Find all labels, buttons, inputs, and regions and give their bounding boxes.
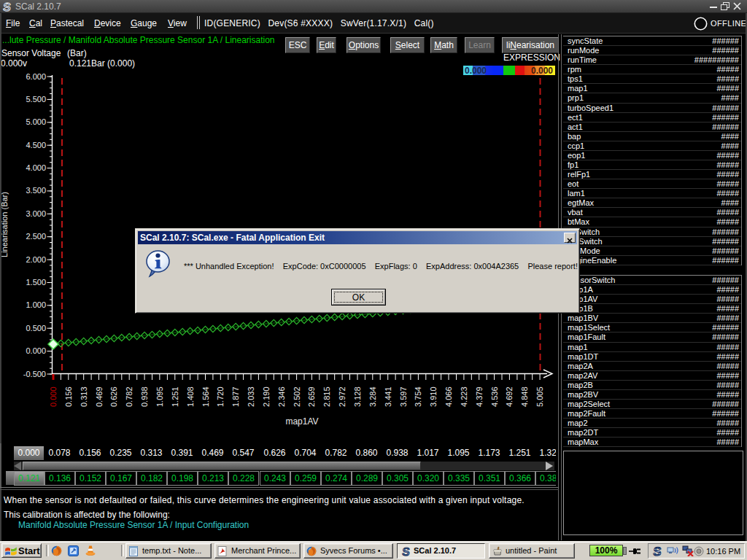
svg-text:4.223: 4.223 <box>460 386 468 407</box>
svg-text:4.066: 4.066 <box>444 386 453 407</box>
svg-text:3.284: 3.284 <box>368 386 377 407</box>
svg-text:6.000: 6.000 <box>26 72 46 81</box>
svg-text:1.500: 1.500 <box>26 278 46 287</box>
svg-text:2.190: 2.190 <box>262 386 271 407</box>
svg-text:4.848: 4.848 <box>520 386 529 407</box>
svg-text:5.000: 5.000 <box>26 117 46 126</box>
svg-text:1.720: 1.720 <box>216 386 225 407</box>
svg-text:1.251: 1.251 <box>171 386 179 407</box>
svg-text:-0.500: -0.500 <box>23 370 46 378</box>
svg-text:S: S <box>652 545 662 556</box>
svg-text:2.000: 2.000 <box>26 255 46 264</box>
svg-text:1.408: 1.408 <box>186 386 195 407</box>
svg-text:1.877: 1.877 <box>231 386 240 407</box>
svg-text:3.754: 3.754 <box>414 386 422 407</box>
svg-text:3.128: 3.128 <box>353 386 362 407</box>
svg-text:0.500: 0.500 <box>26 324 46 332</box>
svg-text:2.346: 2.346 <box>277 386 286 407</box>
svg-text:0.938: 0.938 <box>140 386 149 407</box>
svg-text:map1AV: map1AV <box>285 416 318 427</box>
svg-text:0.000: 0.000 <box>49 386 58 407</box>
svg-text:3.000: 3.000 <box>26 209 46 218</box>
svg-text:4.500: 4.500 <box>26 141 46 149</box>
svg-text:1.095: 1.095 <box>155 386 164 407</box>
svg-text:5.500: 5.500 <box>26 95 46 104</box>
svg-text:3.441: 3.441 <box>384 386 392 407</box>
svg-text:2.033: 2.033 <box>247 386 255 407</box>
svg-text:2.659: 2.659 <box>307 386 316 407</box>
svg-text:4.692: 4.692 <box>505 386 514 407</box>
svg-text:1.000: 1.000 <box>26 300 46 309</box>
svg-text:2.972: 2.972 <box>338 386 347 407</box>
svg-text:0.156: 0.156 <box>64 386 73 407</box>
svg-text:S: S <box>401 546 410 556</box>
svg-text:0.782: 0.782 <box>125 386 133 407</box>
svg-text:4.000: 4.000 <box>26 163 46 172</box>
svg-text:2.815: 2.815 <box>322 386 331 407</box>
svg-text:4.536: 4.536 <box>490 386 499 407</box>
svg-text:3.910: 3.910 <box>429 386 438 407</box>
svg-text:1.564: 1.564 <box>201 386 210 407</box>
svg-text:2.500: 2.500 <box>26 232 46 241</box>
svg-text:0.626: 0.626 <box>109 386 118 407</box>
svg-text:0.000: 0.000 <box>26 346 46 355</box>
svg-text:5.005: 5.005 <box>535 386 544 407</box>
svg-text:3.597: 3.597 <box>399 386 408 407</box>
svg-text:3.500: 3.500 <box>26 186 46 195</box>
svg-text:4.379: 4.379 <box>475 386 484 407</box>
svg-text:0.469: 0.469 <box>95 386 104 407</box>
svg-text:2.502: 2.502 <box>293 386 301 407</box>
svg-text:0.313: 0.313 <box>80 386 88 407</box>
